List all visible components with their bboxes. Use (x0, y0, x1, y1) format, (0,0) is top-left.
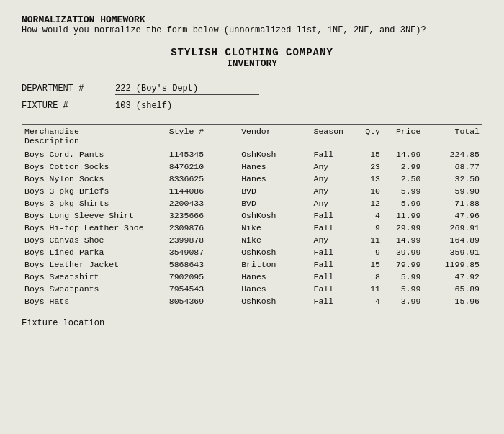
table-row: Boys Leather Jacket 5868643 Britton Fall… (22, 258, 482, 271)
table-row: Boys Lined Parka 3549087 OshKosh Fall 9 … (22, 246, 482, 258)
table-row: Boys Cotton Socks 8476210 Hanes Any 23 2… (22, 161, 482, 173)
cell-style: 5868643 (166, 258, 238, 271)
cell-total: 15.96 (423, 295, 482, 307)
cell-desc: Boys Leather Jacket (22, 258, 166, 271)
cell-style: 1144086 (166, 185, 238, 197)
cell-desc: Boys Hats (22, 295, 166, 307)
cell-desc: Boys Hi-top Leather Shoe (22, 222, 166, 234)
cell-season: Fall (311, 258, 356, 271)
table-row: Boys 3 pkg Briefs 1144086 BVD Any 10 5.9… (22, 185, 482, 197)
cell-desc: Boys Sweatpants (22, 283, 166, 295)
col-header-price: Price (383, 125, 423, 148)
cell-qty: 4 (356, 209, 383, 222)
col-header-total: Total (423, 125, 482, 148)
cell-style: 3235666 (166, 209, 238, 222)
cell-vendor: BVD (238, 197, 310, 209)
table-row: Boys Canvas Shoe 2399878 Nike Any 11 14.… (22, 234, 482, 246)
cell-qty: 11 (356, 283, 383, 295)
cell-vendor: OshKosh (238, 246, 310, 258)
company-header: STYLISH CLOTHING COMPANY INVENTORY (22, 47, 482, 69)
cell-vendor: Hanes (238, 161, 310, 173)
cell-price: 11.99 (383, 209, 423, 222)
homework-title: NORMALIZATION HOMEWORK (22, 14, 482, 25)
cell-vendor: Britton (238, 258, 310, 271)
dept-label: DEPARTMENT # (22, 83, 115, 94)
col-header-style: Style # (166, 125, 238, 148)
fixture-location-label: Fixture location (22, 318, 104, 328)
col-header-season: Season (311, 125, 356, 148)
cell-total: 59.90 (423, 185, 482, 197)
cell-qty: 8 (356, 271, 383, 283)
cell-desc: Boys 3 pkg Shirts (22, 197, 166, 209)
cell-total: 68.77 (423, 161, 482, 173)
cell-desc: Boys Lined Parka (22, 246, 166, 258)
table-row: Boys Sweatshirt 7902095 Hanes Fall 8 5.9… (22, 271, 482, 283)
cell-vendor: OshKosh (238, 209, 310, 222)
cell-qty: 12 (356, 197, 383, 209)
cell-style: 8476210 (166, 161, 238, 173)
cell-qty: 9 (356, 246, 383, 258)
cell-vendor: BVD (238, 185, 310, 197)
cell-total: 164.89 (423, 234, 482, 246)
table-row: Boys Nylon Socks 8336625 Hanes Any 13 2.… (22, 173, 482, 185)
fixture-label: FIXTURE # (22, 101, 115, 111)
table-row: Boys Hats 8054369 OshKosh Fall 4 3.99 15… (22, 295, 482, 307)
cell-price: 5.99 (383, 197, 423, 209)
cell-qty: 15 (356, 148, 383, 161)
cell-qty: 15 (356, 258, 383, 271)
cell-season: Fall (311, 271, 356, 283)
cell-desc: Boys 3 pkg Briefs (22, 185, 166, 197)
cell-price: 2.50 (383, 173, 423, 185)
table-row: Boys Cord. Pants 1145345 OshKosh Fall 15… (22, 148, 482, 161)
fixture-value: 103 (shelf) (115, 101, 259, 112)
cell-qty: 10 (356, 185, 383, 197)
cell-desc: Boys Sweatshirt (22, 271, 166, 283)
cell-total: 71.88 (423, 197, 482, 209)
cell-style: 7954543 (166, 283, 238, 295)
cell-total: 224.85 (423, 148, 482, 161)
cell-price: 39.99 (383, 246, 423, 258)
inventory-table: MerchandiseDescription Style # Vendor Se… (22, 124, 482, 307)
cell-vendor: Hanes (238, 271, 310, 283)
cell-desc: Boys Long Sleeve Shirt (22, 209, 166, 222)
cell-desc: Boys Nylon Socks (22, 173, 166, 185)
cell-price: 79.99 (383, 258, 423, 271)
cell-vendor: Nike (238, 222, 310, 234)
cell-season: Any (311, 185, 356, 197)
cell-total: 1199.85 (423, 258, 482, 271)
cell-qty: 4 (356, 295, 383, 307)
cell-season: Any (311, 197, 356, 209)
cell-qty: 23 (356, 161, 383, 173)
fixture-location: Fixture location (22, 315, 482, 328)
cell-total: 32.50 (423, 173, 482, 185)
cell-vendor: Hanes (238, 283, 310, 295)
cell-desc: Boys Cord. Pants (22, 148, 166, 161)
cell-style: 8054369 (166, 295, 238, 307)
cell-qty: 11 (356, 234, 383, 246)
cell-price: 3.99 (383, 295, 423, 307)
col-header-desc: MerchandiseDescription (22, 125, 166, 148)
cell-price: 5.99 (383, 271, 423, 283)
cell-vendor: OshKosh (238, 295, 310, 307)
col-header-vendor: Vendor (238, 125, 310, 148)
cell-price: 5.99 (383, 185, 423, 197)
cell-season: Any (311, 173, 356, 185)
cell-price: 2.99 (383, 161, 423, 173)
table-row: Boys Sweatpants 7954543 Hanes Fall 11 5.… (22, 283, 482, 295)
homework-subtitle: How would you normalize the form below (… (22, 25, 482, 35)
homework-header: NORMALIZATION HOMEWORK How would you nor… (22, 14, 482, 35)
cell-vendor: OshKosh (238, 148, 310, 161)
col-header-qty: Qty (356, 125, 383, 148)
table-row: Boys 3 pkg Shirts 2200433 BVD Any 12 5.9… (22, 197, 482, 209)
cell-season: Fall (311, 283, 356, 295)
table-row: Boys Hi-top Leather Shoe 2309876 Nike Fa… (22, 222, 482, 234)
cell-style: 3549087 (166, 246, 238, 258)
dept-fixture-section: DEPARTMENT # 222 (Boy's Dept) FIXTURE # … (22, 83, 482, 112)
cell-qty: 13 (356, 173, 383, 185)
cell-total: 65.89 (423, 283, 482, 295)
cell-season: Any (311, 161, 356, 173)
cell-qty: 9 (356, 222, 383, 234)
cell-price: 29.99 (383, 222, 423, 234)
cell-style: 2309876 (166, 222, 238, 234)
dept-row: DEPARTMENT # 222 (Boy's Dept) (22, 83, 482, 95)
